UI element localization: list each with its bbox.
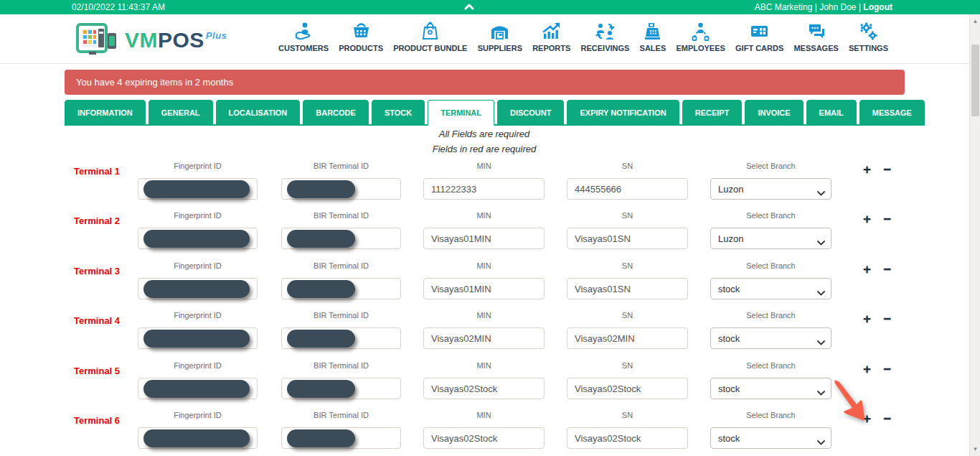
nav-item-product-bundle[interactable]: PRODUCT BUNDLE: [393, 20, 467, 60]
branch-select[interactable]: stock: [710, 378, 831, 399]
nav-item-reports[interactable]: REPORTS: [532, 20, 570, 60]
tab-invoice[interactable]: INVOICE: [745, 100, 803, 126]
min-input[interactable]: [423, 427, 545, 449]
bir-id-input[interactable]: [281, 378, 401, 399]
settings-tabs: INFORMATIONGENERALLOCALISATIONBARCODESTO…: [65, 100, 925, 126]
fingerprint-id-input[interactable]: [138, 278, 258, 299]
remove-terminal-button[interactable]: −: [883, 362, 891, 376]
tab-information[interactable]: INFORMATION: [65, 100, 146, 126]
nav-item-settings[interactable]: SETTINGS: [849, 20, 888, 60]
nav-item-suppliers[interactable]: SUPPLIERS: [478, 20, 522, 60]
remove-terminal-button[interactable]: −: [883, 411, 891, 426]
add-terminal-button[interactable]: +: [863, 212, 871, 226]
sn-input[interactable]: [567, 278, 688, 299]
fingerprint-redaction-overlay: [143, 280, 250, 298]
column-label-bir: BIR Terminal ID: [281, 261, 401, 270]
fingerprint-id-input[interactable]: [138, 327, 258, 349]
terminal-row-5: Terminal 5Fingerprint IDBIR Terminal IDM…: [0, 361, 980, 411]
nav-item-messages[interactable]: MESSAGES: [793, 20, 838, 60]
column-label-bir: BIR Terminal ID: [281, 311, 401, 320]
products-icon: [352, 20, 371, 42]
fingerprint-id-input[interactable]: [138, 427, 258, 449]
settings-icon: [859, 20, 878, 42]
column-label-min: MIN: [423, 361, 545, 370]
chevron-up-icon[interactable]: [463, 1, 475, 13]
tab-message[interactable]: MESSAGE: [859, 100, 925, 126]
min-input[interactable]: [423, 178, 545, 200]
bir-id-input[interactable]: [281, 327, 401, 349]
logout-link[interactable]: Logout: [863, 2, 892, 12]
sn-input[interactable]: [567, 378, 688, 399]
sn-input[interactable]: [567, 178, 688, 200]
column-label-min: MIN: [423, 411, 545, 419]
tab-localisation[interactable]: LOCALISATION: [216, 100, 301, 126]
user-session-info: ABC Marketing | John Doe | Logout: [755, 2, 892, 12]
tab-expiry-notification[interactable]: EXPIRY NOTIFICATION: [567, 100, 679, 126]
column-label-sn: SN: [567, 261, 688, 270]
reports-icon: [542, 20, 561, 42]
fingerprint-id-input[interactable]: [138, 228, 258, 249]
nav-item-label: PRODUCT BUNDLE: [393, 44, 467, 52]
add-terminal-button[interactable]: +: [863, 411, 871, 426]
column-label-bir: BIR Terminal ID: [281, 411, 401, 419]
remove-terminal-button[interactable]: −: [883, 212, 891, 226]
min-input[interactable]: [423, 228, 545, 249]
expiring-items-alert: You have 4 expiring items in 2 months: [65, 70, 905, 95]
tab-stock[interactable]: STOCK: [372, 100, 425, 126]
branch-select[interactable]: stock: [710, 327, 831, 349]
bir-id-input[interactable]: [281, 178, 401, 200]
nav-item-customers[interactable]: CUSTOMERS: [278, 20, 329, 60]
fingerprint-redaction-overlay: [143, 429, 250, 447]
add-terminal-button[interactable]: +: [863, 162, 871, 177]
bir-id-input[interactable]: [281, 278, 401, 299]
nav-item-label: GIFT CARDS: [735, 44, 783, 52]
receivings-icon: [595, 20, 615, 42]
column-label-min: MIN: [423, 162, 545, 170]
nav-item-employees[interactable]: EMPLOYEES: [676, 20, 725, 60]
scroll-up-icon[interactable]: ▲: [970, 16, 980, 27]
messages-icon: [806, 20, 826, 42]
branch-select[interactable]: Luzon: [710, 178, 831, 200]
nav-item-receivings[interactable]: RECEIVINGS: [581, 20, 630, 60]
min-input[interactable]: [423, 278, 545, 299]
scrollbar-thumb[interactable]: [971, 45, 979, 116]
add-terminal-button[interactable]: +: [863, 262, 871, 276]
column-label-sn: SN: [567, 311, 688, 320]
tab-email[interactable]: EMAIL: [806, 100, 857, 126]
remove-terminal-button[interactable]: −: [883, 312, 891, 326]
fingerprint-id-input[interactable]: [138, 178, 258, 200]
bir-redaction-overlay: [287, 180, 355, 198]
tab-receipt[interactable]: RECEIPT: [682, 100, 743, 126]
sn-input[interactable]: [567, 327, 688, 349]
account-name: ABC Marketing: [755, 2, 813, 12]
remove-terminal-button[interactable]: −: [883, 262, 891, 276]
min-input[interactable]: [423, 378, 545, 399]
nav-item-products[interactable]: PRODUCTS: [339, 20, 383, 60]
tab-terminal[interactable]: TERMINAL: [428, 100, 494, 126]
fingerprint-redaction-overlay: [143, 180, 250, 198]
tab-barcode[interactable]: BARCODE: [303, 100, 369, 126]
fingerprint-id-input[interactable]: [138, 378, 258, 399]
tab-general[interactable]: GENERAL: [149, 100, 213, 126]
terminal-row-4: Terminal 4Fingerprint IDBIR Terminal IDM…: [0, 311, 980, 360]
branch-select[interactable]: stock: [710, 278, 831, 299]
bir-id-input[interactable]: [281, 228, 401, 249]
fingerprint-redaction-overlay: [143, 330, 250, 348]
nav-item-sales[interactable]: SALES: [640, 20, 666, 60]
branch-select[interactable]: Luzon: [710, 228, 831, 249]
top-status-bar: 02/10/2022 11:43:37 AM ABC Marketing | J…: [0, 0, 980, 14]
column-label-sn: SN: [567, 361, 688, 370]
remove-terminal-button[interactable]: −: [883, 162, 891, 177]
min-input[interactable]: [423, 327, 545, 349]
add-terminal-button[interactable]: +: [863, 362, 871, 376]
sn-input[interactable]: [567, 228, 688, 249]
nav-item-gift-cards[interactable]: GIFT CARDS: [735, 20, 783, 60]
sn-input[interactable]: [567, 427, 688, 449]
column-label-branch: Select Branch: [710, 261, 831, 270]
tab-discount[interactable]: DISCOUNT: [497, 100, 564, 126]
add-terminal-button[interactable]: +: [863, 312, 871, 326]
bir-id-input[interactable]: [281, 427, 401, 449]
all-fields-required-note: All Fields are required: [65, 129, 904, 139]
branch-select[interactable]: stock: [710, 427, 831, 449]
terminal-name-label: Terminal 3: [74, 266, 135, 276]
